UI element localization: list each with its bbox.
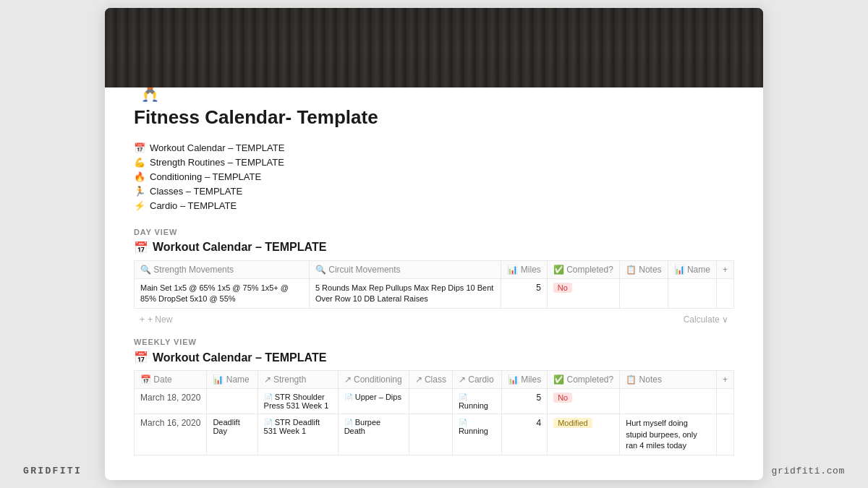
w2-conditioning: 📄 Burpee Death xyxy=(338,414,409,455)
w2-completed-badge: Modified xyxy=(553,418,592,428)
day-view-title: 📅 Workout Calendar – TEMPLATE xyxy=(134,241,734,254)
day-view-table: 🔍 Strength Movements 🔍 Circuit Movements… xyxy=(134,260,734,309)
arrow-icon-w2: ↗ xyxy=(344,374,352,385)
search-icon-1: 🔍 xyxy=(140,265,151,275)
w1-strength: 📄 STR Shoulder Press 531 Week 1 xyxy=(258,389,338,414)
th-completed[interactable]: ✅ Completed? xyxy=(547,260,619,278)
cell-circuit: 5 Rounds Max Rep Pullups Max Rep Dips 10… xyxy=(309,278,501,309)
w1-cardio: 📄 Running xyxy=(452,389,501,414)
w1-completed: No xyxy=(548,389,620,414)
nav-link-cardio[interactable]: ⚡ Cardio – TEMPLATE xyxy=(134,200,734,212)
doc-icon-w2r: 📄 xyxy=(459,419,467,427)
main-card: 🏋️ Fitness Calendar- Template 📅 Workout … xyxy=(105,8,763,481)
w1-name xyxy=(207,389,258,414)
wth-date[interactable]: 📅 Date xyxy=(135,371,207,389)
weekly-view-table: 📅 Date 📊 Name ↗ Strength xyxy=(134,370,734,455)
nav-link-classes[interactable]: 🏃 Classes – TEMPLATE xyxy=(134,185,734,197)
w2-class xyxy=(409,414,452,455)
wth-cardio[interactable]: ↗ Cardio xyxy=(452,371,501,389)
weekly-view-label: WEEKLY VIEW xyxy=(134,338,734,346)
nav-link-workout[interactable]: 📅 Workout Calendar – TEMPLATE xyxy=(134,142,734,154)
w1-add xyxy=(716,389,733,414)
doc-icon-w1: 📄 xyxy=(264,393,273,401)
th-strength-movements[interactable]: 🔍 Strength Movements xyxy=(135,260,310,278)
th-circuit-movements[interactable]: 🔍 Circuit Movements xyxy=(309,260,501,278)
wth-conditioning[interactable]: ↗ Conditioning xyxy=(338,371,409,389)
th-notes[interactable]: 📋 Notes xyxy=(619,260,668,278)
wth-notes[interactable]: 📋 Notes xyxy=(620,371,717,389)
weekly-view-section: WEEKLY VIEW 📅 Workout Calendar – TEMPLAT… xyxy=(134,338,734,455)
plus-icon: + xyxy=(140,314,145,325)
chart-icon-w2: 📊 xyxy=(508,374,519,385)
doc-icon-w2: 📄 xyxy=(264,419,273,427)
cell-miles: 5 xyxy=(501,278,547,309)
w2-cardio: 📄 Running xyxy=(452,414,501,455)
cell-notes xyxy=(619,278,668,309)
lightning-emoji: ⚡ xyxy=(134,200,145,211)
arrow-icon-w4: ↗ xyxy=(459,374,466,385)
page-title: Fitness Calendar- Template xyxy=(134,106,734,129)
weekly-view-title: 📅 Workout Calendar – TEMPLATE xyxy=(134,351,734,364)
notes-icon-w: 📋 xyxy=(626,374,637,385)
footer-logo: GRIDFITI xyxy=(23,466,82,476)
arrow-icon-w1: ↗ xyxy=(264,374,271,385)
notes-icon-1: 📋 xyxy=(626,265,637,275)
nav-links: 📅 Workout Calendar – TEMPLATE 💪 Strength… xyxy=(134,142,734,212)
w1-class xyxy=(409,389,452,414)
cal-icon-w: 📅 xyxy=(140,374,151,385)
weekly-view-emoji: 📅 xyxy=(134,351,148,364)
nav-link-strength[interactable]: 💪 Strength Routines – TEMPLATE xyxy=(134,156,734,168)
search-icon-2: 🔍 xyxy=(315,265,326,275)
calendar-emoji: 📅 xyxy=(134,142,145,153)
weekly-header-row: 📅 Date 📊 Name ↗ Strength xyxy=(135,371,734,389)
w2-completed: Modified xyxy=(548,414,620,455)
doc-icon-w1r: 📄 xyxy=(459,393,467,401)
day-view-label: DAY VIEW xyxy=(134,228,734,236)
th-add-col[interactable]: + xyxy=(716,260,733,278)
nav-link-conditioning[interactable]: 🔥 Conditioning – TEMPLATE xyxy=(134,171,734,183)
wth-completed[interactable]: ✅ Completed? xyxy=(548,371,620,389)
add-new-button[interactable]: + + New xyxy=(134,312,178,328)
completed-badge: No xyxy=(553,283,572,293)
doc-icon-w2c: 📄 xyxy=(344,419,353,427)
day-view-section: DAY VIEW 📅 Workout Calendar – TEMPLATE 🔍… xyxy=(134,228,734,328)
footer-url: gridfiti.com xyxy=(772,466,845,476)
check-icon-1: ✅ xyxy=(553,265,564,275)
chart-icon-2: 📊 xyxy=(674,265,685,275)
fire-emoji: 🔥 xyxy=(134,171,145,182)
wth-add[interactable]: + xyxy=(716,371,733,389)
th-name[interactable]: 📊 Name xyxy=(668,260,716,278)
page-wrapper: 🏋️ Fitness Calendar- Template 📅 Workout … xyxy=(0,0,868,488)
wth-name[interactable]: 📊 Name xyxy=(207,371,258,389)
cell-completed: No xyxy=(547,278,619,309)
day-view-data-row: Main Set 1x5 @ 65% 1x5 @ 75% 1x5+ @ 85% … xyxy=(135,278,734,309)
wth-strength[interactable]: ↗ Strength xyxy=(258,371,338,389)
calculate-button[interactable]: Calculate ∨ xyxy=(678,312,734,327)
w1-notes xyxy=(620,389,717,414)
wth-miles[interactable]: 📊 Miles xyxy=(501,371,547,389)
w2-name: Deadlift Day xyxy=(207,414,258,455)
w1-miles: 5 xyxy=(501,389,547,414)
weekly-row-2: March 16, 2020 Deadlift Day 📄 STR Deadli… xyxy=(135,414,734,455)
footer: GRIDFITI gridfiti.com xyxy=(0,453,868,488)
day-view-emoji: 📅 xyxy=(134,241,148,254)
cover-image xyxy=(105,8,763,87)
w2-date: March 16, 2020 xyxy=(135,414,207,455)
weekly-row-1: March 18, 2020 📄 STR Shoulder Press 531 … xyxy=(135,389,734,414)
content-area: 🏋️ Fitness Calendar- Template 📅 Workout … xyxy=(105,74,763,481)
th-miles[interactable]: 📊 Miles xyxy=(501,260,547,278)
chart-icon-w: 📊 xyxy=(213,374,224,385)
wth-class[interactable]: ↗ Class xyxy=(409,371,452,389)
check-icon-w: ✅ xyxy=(553,374,564,385)
cell-strength: Main Set 1x5 @ 65% 1x5 @ 75% 1x5+ @ 85% … xyxy=(135,278,310,309)
run-emoji: 🏃 xyxy=(134,186,145,197)
w2-add xyxy=(716,414,733,455)
w2-strength: 📄 STR Deadlift 531 Week 1 xyxy=(258,414,338,455)
w1-conditioning: 📄 Upper – Dips xyxy=(338,389,409,414)
day-view-header-row: 🔍 Strength Movements 🔍 Circuit Movements… xyxy=(135,260,734,278)
strength-emoji: 💪 xyxy=(134,157,145,168)
arrow-icon-w3: ↗ xyxy=(415,374,422,385)
doc-icon-w1c: 📄 xyxy=(344,393,353,401)
w2-miles: 4 xyxy=(501,414,547,455)
w2-notes: Hurt myself doing stupid burpees, only r… xyxy=(620,414,717,455)
